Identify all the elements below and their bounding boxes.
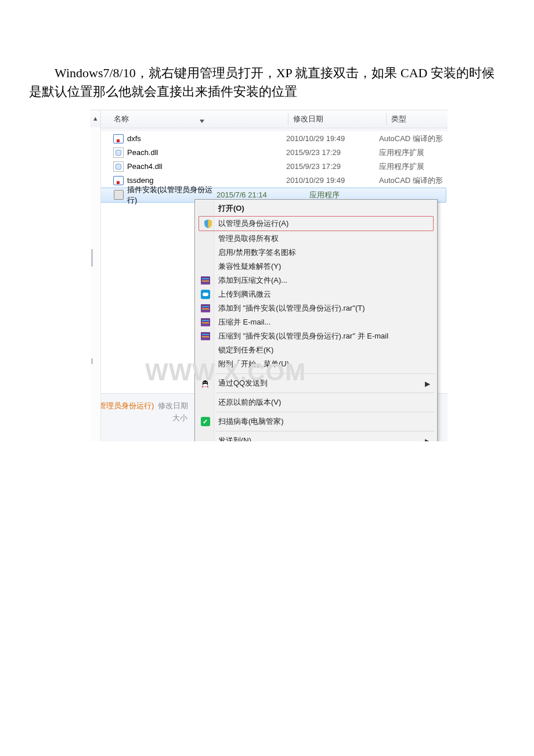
menu-restore-prev[interactable]: 还原以前的版本(V) bbox=[196, 395, 436, 409]
file-name: dxfs bbox=[127, 134, 286, 143]
scroll-up-icon[interactable]: ▴ bbox=[90, 110, 101, 128]
sort-indicator-icon bbox=[200, 120, 204, 123]
menu-run-as-admin[interactable]: 以管理员身份运行(A) bbox=[199, 216, 434, 231]
file-type: 应用程序扩展 bbox=[379, 161, 448, 172]
menu-add-to-archive[interactable]: 添加到压缩文件(A)... bbox=[196, 273, 436, 287]
file-date: 2015/7/6 21:14 bbox=[217, 190, 309, 199]
screenshot-container: ▴ 名称 修改日期 类型 dxfs 2010/10/29 19:49 AutoC… bbox=[90, 110, 448, 441]
menu-open[interactable]: 打开(O) bbox=[196, 201, 436, 215]
header-date[interactable]: 修改日期 bbox=[293, 114, 386, 124]
file-date: 2010/10/29 19:49 bbox=[286, 134, 379, 143]
exe-file-icon bbox=[113, 190, 124, 200]
dll-file-icon bbox=[113, 162, 124, 171]
menu-compress-rar-email[interactable]: 压缩到 "插件安装(以管理员身份运行).rar" 并 E-mail bbox=[196, 329, 436, 343]
scroll-marker-icon bbox=[91, 358, 93, 364]
submenu-arrow-icon: ▶ bbox=[425, 380, 430, 388]
file-list: dxfs 2010/10/29 19:49 AutoCAD 编译的形 Peach… bbox=[90, 128, 448, 203]
menu-scan-virus[interactable]: 扫描病毒(电脑管家) bbox=[196, 415, 436, 429]
shield-icon bbox=[203, 219, 213, 229]
context-menu: 打开(O) 以管理员身份运行(A) 管理员取得所有权 启用/禁用数字签名图标 兼… bbox=[194, 199, 438, 441]
file-name: tssdeng bbox=[127, 176, 286, 185]
menu-compat-troubleshoot[interactable]: 兼容性疑难解答(Y) bbox=[196, 260, 436, 273]
header-type[interactable]: 类型 bbox=[391, 114, 448, 124]
file-row[interactable]: Peach.dll 2015/9/23 17:29 应用程序扩展 bbox=[90, 146, 448, 160]
shx-file-icon bbox=[113, 134, 124, 143]
antivirus-icon bbox=[200, 417, 210, 427]
svg-point-3 bbox=[205, 381, 207, 383]
rar-icon bbox=[200, 276, 210, 286]
header-name[interactable]: 名称 bbox=[101, 114, 288, 124]
submenu-arrow-icon: ▶ bbox=[425, 437, 430, 441]
shx-file-icon bbox=[113, 176, 124, 185]
svg-point-2 bbox=[204, 381, 205, 383]
column-headers: ▴ 名称 修改日期 类型 bbox=[90, 110, 448, 128]
menu-separator bbox=[216, 431, 435, 431]
file-name: Peach.dll bbox=[127, 148, 286, 157]
menu-take-ownership[interactable]: 管理员取得所有权 bbox=[196, 232, 436, 246]
status-mod-label: 修改日期 bbox=[158, 401, 188, 410]
dll-file-icon bbox=[113, 148, 124, 157]
cloud-icon bbox=[200, 290, 210, 300]
file-row[interactable]: Peach4.dll 2015/9/23 17:29 应用程序扩展 bbox=[90, 160, 448, 174]
rar-icon bbox=[200, 332, 210, 341]
menu-separator bbox=[216, 393, 435, 393]
scroll-marker-icon bbox=[91, 249, 93, 267]
menu-separator bbox=[216, 412, 435, 412]
menu-upload-weiyun[interactable]: 上传到腾讯微云 bbox=[196, 287, 436, 301]
menu-pin-start[interactable]: 附到「开始」菜单(U) bbox=[196, 357, 436, 371]
qq-icon bbox=[200, 379, 210, 388]
file-row[interactable]: dxfs 2010/10/29 19:49 AutoCAD 编译的形 bbox=[90, 132, 448, 146]
menu-compress-email[interactable]: 压缩并 E-mail... bbox=[196, 315, 436, 329]
svg-point-1 bbox=[203, 384, 208, 387]
rar-icon bbox=[200, 304, 210, 314]
scroll-rail[interactable] bbox=[90, 127, 101, 441]
file-date: 2015/9/23 17:29 bbox=[286, 162, 379, 171]
rar-icon bbox=[200, 318, 210, 327]
file-name: Peach4.dll bbox=[127, 162, 286, 171]
file-date: 2015/9/23 17:29 bbox=[286, 148, 379, 157]
file-type: 应用程序扩展 bbox=[379, 147, 448, 158]
menu-pin-taskbar[interactable]: 锁定到任务栏(K) bbox=[196, 343, 436, 357]
menu-send-to[interactable]: 发送到(N) ▶ bbox=[196, 434, 436, 441]
instruction-text: Windows7/8/10，就右键用管理员打开，XP 就直接双击，如果 CAD … bbox=[0, 0, 534, 101]
menu-signature-toggle[interactable]: 启用/禁用数字签名图标 bbox=[196, 246, 436, 260]
file-date: 2010/10/29 19:49 bbox=[286, 176, 379, 185]
file-type: AutoCAD 编译的形 bbox=[379, 175, 448, 186]
menu-add-to-rar[interactable]: 添加到 "插件安装(以管理员身份运行).rar"(T) bbox=[196, 301, 436, 315]
menu-qq-send[interactable]: 通过QQ发送到 ▶ bbox=[196, 376, 436, 390]
file-type: AutoCAD 编译的形 bbox=[379, 134, 448, 144]
menu-separator bbox=[216, 373, 435, 374]
